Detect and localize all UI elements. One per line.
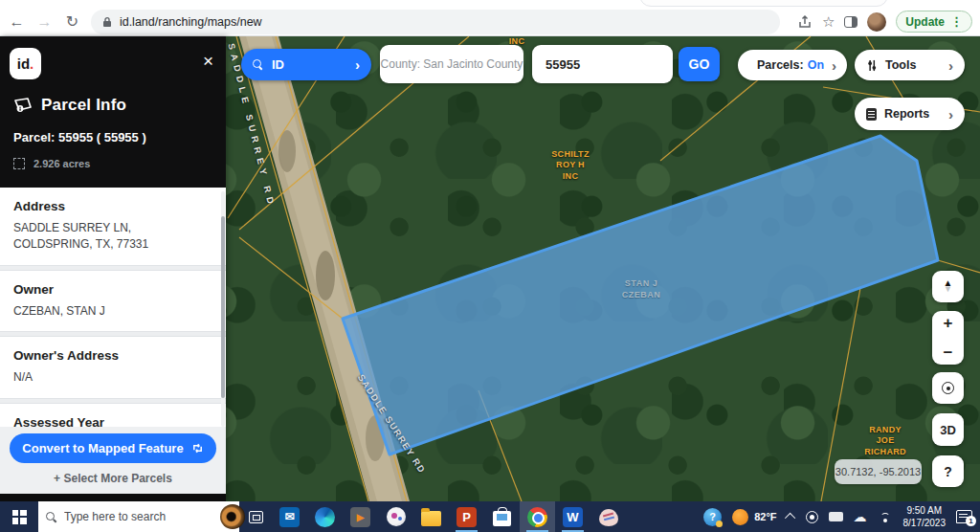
weather-widget[interactable]: 82°F <box>732 509 776 525</box>
chevron-right-icon: › <box>832 58 836 73</box>
zoom-control: + − <box>932 311 964 365</box>
section-label: Owner's Address <box>13 348 212 363</box>
bookmark-star-icon[interactable]: ☆ <box>822 13 835 31</box>
tray-overflow-chevron[interactable] <box>784 513 794 523</box>
acreage-value: 2.926 acres <box>33 158 90 169</box>
section-assessed-year: Assessed Year <box>0 404 226 427</box>
locate-me-button[interactable] <box>932 372 964 404</box>
address-bar[interactable]: id.land/ranching/maps/new <box>91 10 780 34</box>
county-selector[interactable] <box>380 45 523 83</box>
date: 8/17/2023 <box>903 518 947 528</box>
tab-strip-hint <box>639 0 888 7</box>
parcel-info-icon <box>13 97 33 114</box>
lock-icon <box>102 16 112 28</box>
section-label: Assessed Year <box>13 415 212 427</box>
taskbar-clock[interactable]: 9:50 AM 8/17/2023 <box>903 504 947 529</box>
reload-button[interactable]: ↻ <box>63 14 81 30</box>
search-icon <box>253 59 263 70</box>
taskbar-app-file-explorer[interactable] <box>413 501 449 532</box>
parcels-toggle-button[interactable]: Parcels: On › <box>738 50 847 80</box>
parcels-label: Parcels: <box>757 58 804 72</box>
taskbar-app-word[interactable]: W <box>555 501 590 532</box>
panel-scrollbar[interactable] <box>221 191 225 427</box>
taskbar-app-media-player[interactable]: ▶ <box>343 501 378 532</box>
temperature: 82°F <box>754 511 776 522</box>
taskbar-app-outlook[interactable]: ✉ <box>272 501 307 532</box>
reports-button[interactable]: Reports › <box>855 98 965 130</box>
panel-header: id. × Parcel Info Parcel: 55955 ( 55955 … <box>0 36 226 188</box>
word-icon: W <box>563 507 583 527</box>
plus-icon: + <box>54 472 60 485</box>
panel-body: Address SADDLE SURREY LN, COLDSPRING, TX… <box>0 188 226 427</box>
section-owner-address: Owner's Address N/A <box>0 337 226 398</box>
convert-label: Convert to Mapped Feature <box>22 441 183 455</box>
triangle-down-icon: ▼ <box>944 286 952 293</box>
taskbar-app-store[interactable] <box>484 501 520 532</box>
section-value: CZEBAN, STAN J <box>13 303 212 320</box>
idland-logo[interactable]: id. <box>10 48 41 79</box>
county-input[interactable] <box>380 57 523 71</box>
profile-avatar[interactable] <box>867 12 886 32</box>
taskbar-app-sketch[interactable] <box>590 501 626 532</box>
taskbar-app-powerpoint[interactable]: P <box>449 501 484 532</box>
powerpoint-icon: P <box>457 507 477 527</box>
chrome-update-button[interactable]: Update ⋮ <box>896 11 972 33</box>
zoom-in-button[interactable]: + <box>932 315 964 331</box>
taskbar-app-chrome[interactable] <box>520 501 555 532</box>
select-more-parcels-link[interactable]: + Select More Parcels <box>0 472 226 485</box>
scrollbar-thumb[interactable] <box>221 216 225 398</box>
pan-collapse-button[interactable]: ▲ ▼ <box>932 271 964 302</box>
section-value: SADDLE SURREY LN, COLDSPRING, TX, 77331 <box>13 220 212 253</box>
panel-footer: Convert to Mapped Feature + Select More … <box>0 427 226 494</box>
menu-kebab-icon[interactable]: ⋮ <box>950 14 963 29</box>
onedrive-cloud-icon[interactable]: ☁ <box>854 510 867 523</box>
system-tray: ? 82°F ☁ 9:50 AM 8/17/2023 1 <box>703 501 980 532</box>
get-help-icon[interactable]: ? <box>703 508 722 526</box>
road-patch <box>278 130 296 172</box>
section-label: Owner <box>13 282 212 297</box>
3d-view-button[interactable]: 3D <box>932 413 964 446</box>
wifi-icon[interactable] <box>878 511 893 522</box>
parcel-search-input[interactable] <box>546 57 659 72</box>
record-icon[interactable] <box>806 511 818 523</box>
hardware-icon[interactable] <box>829 512 843 521</box>
taskbar-search-box[interactable] <box>38 501 239 532</box>
browser-toolbar: ← → ↻ id.land/ranching/maps/new ☆ Update… <box>0 0 980 36</box>
report-document-icon <box>866 108 877 121</box>
sun-icon <box>732 509 748 525</box>
parcel-number: Parcel: 55955 ( 55955 ) <box>13 130 146 144</box>
paint3d-icon <box>387 507 406 526</box>
file-explorer-icon <box>421 511 441 526</box>
taskbar-app-edge[interactable] <box>307 501 343 532</box>
screen: ← → ↻ id.land/ranching/maps/new ☆ Update… <box>0 0 980 532</box>
chevron-right-icon: › <box>948 58 953 73</box>
snip-sketch-icon <box>599 509 618 526</box>
go-button[interactable]: GO <box>679 47 720 81</box>
outlook-icon: ✉ <box>279 507 300 527</box>
back-button[interactable]: ← <box>8 14 26 30</box>
taskbar-search-input[interactable] <box>64 510 212 523</box>
close-icon[interactable]: × <box>203 52 213 70</box>
parcel-search-box[interactable] <box>532 45 673 83</box>
taskbar-app-paint3d[interactable] <box>378 501 413 532</box>
bing-daily-image[interactable] <box>220 504 245 529</box>
zoom-out-button[interactable]: − <box>932 344 964 361</box>
parcels-state: On <box>808 58 824 72</box>
help-button[interactable]: ? <box>932 455 964 487</box>
forward-button[interactable]: → <box>35 14 54 30</box>
search-mode-button[interactable]: ID › <box>241 49 371 80</box>
convert-to-mapped-feature-button[interactable]: Convert to Mapped Feature <box>10 433 216 463</box>
task-view-icon <box>249 511 263 523</box>
time: 9:50 AM <box>906 505 942 516</box>
cursor-coordinates-badge: 30.7132, -95.2013 <box>835 459 922 484</box>
notification-center-icon[interactable]: 1 <box>956 510 972 523</box>
start-button[interactable] <box>0 501 38 532</box>
selected-parcel-polygon[interactable] <box>343 136 938 454</box>
tools-label: Tools <box>885 58 916 72</box>
chrome-icon <box>527 507 547 527</box>
section-address: Address SADDLE SURREY LN, COLDSPRING, TX… <box>0 188 226 265</box>
logo-text: id <box>17 55 30 72</box>
tools-button[interactable]: Tools › <box>855 50 965 80</box>
share-icon[interactable] <box>797 14 813 30</box>
side-panel-icon[interactable] <box>844 16 858 28</box>
